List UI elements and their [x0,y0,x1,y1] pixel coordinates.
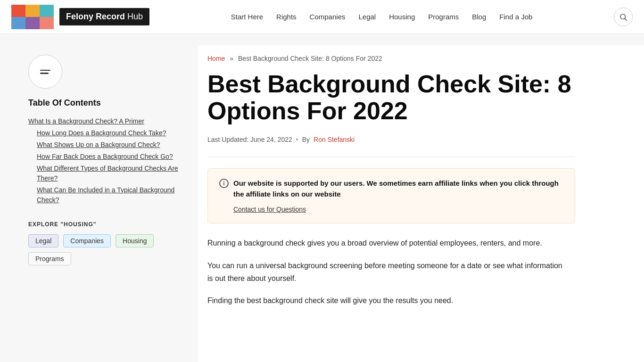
breadcrumb: Home » Best Background Check Site: 8 Opt… [207,55,616,62]
body-paragraph-2: You can run a universal background scree… [207,259,566,285]
site-header: Felony Record Hub Start Here Rights Comp… [0,0,644,34]
article-date: Last Updated: June 24, 2022 [207,136,292,143]
article-title: Best Background Check Site: 8 Options Fo… [207,71,575,124]
nav-programs[interactable]: Programs [428,13,459,21]
logo-icon [11,5,54,29]
main-content: Home » Best Background Check Site: 8 Opt… [198,45,644,362]
toc-link-2[interactable]: How Long Does a Background Check Take? [37,129,166,137]
hamburger-icon [40,70,50,74]
nav-companies[interactable]: Companies [310,13,346,21]
tag-programs[interactable]: Programs [28,252,71,265]
nav-housing[interactable]: Housing [389,13,415,21]
nav-start-here[interactable]: Start Here [231,13,263,21]
logo-square-1 [11,5,25,17]
toc-link-1[interactable]: What Is a Background Check? A Primer [28,117,144,125]
meta-dot: • [296,136,298,143]
svg-line-1 [625,18,627,20]
info-icon: i [219,179,229,188]
explore-title: EXPLORE "HOUSING" [28,221,184,228]
toc-link-4[interactable]: How Far Back Does a Background Check Go? [37,153,173,160]
article-body: Running a background check gives you a b… [207,237,616,307]
main-nav: Start Here Rights Companies Legal Housin… [231,13,533,21]
notice-text: Our website is supported by our users. W… [233,178,563,199]
breadcrumb-sep: » [230,55,233,62]
hamburger-line-2 [40,73,49,74]
hamburger-line-1 [40,70,50,71]
notice-box: i Our website is supported by our users.… [207,168,575,223]
nav-blog[interactable]: Blog [472,13,486,21]
article-author[interactable]: Ron Stefanski [314,136,355,143]
toc-title: Table Of Contents [28,98,184,108]
nav-legal[interactable]: Legal [358,13,376,21]
logo-square-3 [40,5,54,17]
tag-companies[interactable]: Companies [63,234,111,247]
logo-square-5 [25,17,40,29]
logo-square-6 [40,17,54,29]
logo-square-4 [11,17,25,29]
logo-square-2 [25,5,40,17]
notice-header: i Our website is supported by our users.… [219,178,563,199]
main-layout: Table Of Contents What Is a Background C… [0,34,644,362]
body-paragraph-3: Finding the best background check site w… [207,294,566,307]
search-button[interactable] [614,8,633,26]
toc-item-1: What Is a Background Check? A Primer [28,116,184,126]
nav-rights[interactable]: Rights [276,13,297,21]
toc-link-5[interactable]: What Different Types of Background Check… [37,165,178,182]
toc-icon [28,55,62,89]
toc-list: What Is a Background Check? A Primer How… [28,116,184,207]
tag-housing[interactable]: Housing [116,234,154,247]
logo-bold-text: Felony Record [66,12,125,21]
toc-item-4: How Far Back Does a Background Check Go? [28,152,184,162]
body-paragraph-1: Running a background check gives you a b… [207,237,566,249]
explore-section: EXPLORE "HOUSING" Legal Companies Housin… [28,221,184,265]
article-divider [207,156,575,157]
logo-area[interactable]: Felony Record Hub [11,5,149,29]
logo-text: Felony Record Hub [59,8,149,25]
logo-light-text: Hub [125,12,143,21]
toc-item-6: What Can Be Included in a Typical Backgr… [28,185,184,205]
tag-legal[interactable]: Legal [28,234,58,247]
meta-by: By [302,136,310,143]
nav-find-a-job[interactable]: Find a Job [499,13,532,21]
tag-list: Legal Companies Housing Programs [28,234,184,265]
toc-item-2: How Long Does a Background Check Take? [28,128,184,138]
notice-link[interactable]: Contact us for Questions [233,206,306,213]
article-meta: Last Updated: June 24, 2022 • By Ron Ste… [207,136,616,143]
search-icon [619,13,627,21]
toc-link-6[interactable]: What Can Be Included in a Typical Backgr… [37,186,174,204]
toc-item-5: What Different Types of Background Check… [28,164,184,183]
breadcrumb-current: Best Background Check Site: 8 Options Fo… [238,55,382,62]
toc-link-3[interactable]: What Shows Up on a Background Check? [37,141,160,148]
sidebar: Table Of Contents What Is a Background C… [0,45,198,362]
breadcrumb-home[interactable]: Home [207,55,225,62]
toc-item-3: What Shows Up on a Background Check? [28,140,184,150]
